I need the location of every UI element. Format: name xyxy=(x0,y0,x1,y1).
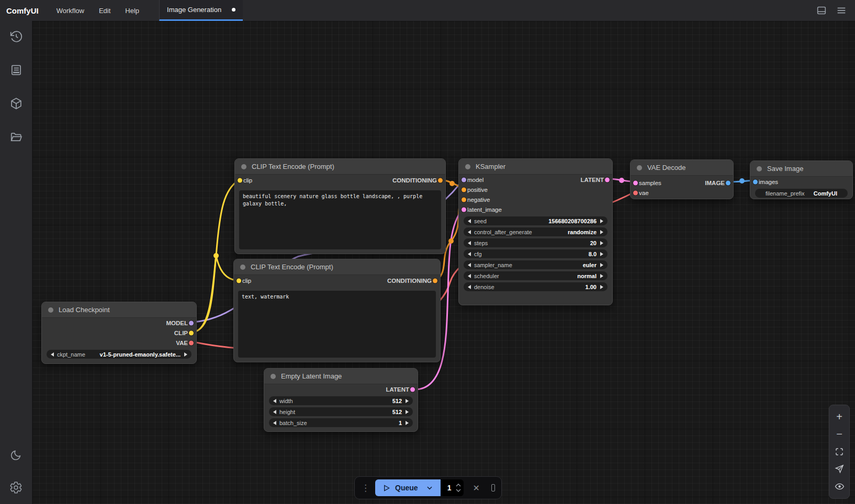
zoom-out-icon[interactable]: − xyxy=(832,427,847,442)
fit-view-icon[interactable] xyxy=(832,444,847,459)
increment-icon[interactable] xyxy=(600,274,603,278)
widget-denoise[interactable]: denoise 1.00 xyxy=(464,282,608,291)
pan-navigate-icon[interactable] xyxy=(832,462,847,476)
history-icon[interactable] xyxy=(5,25,28,48)
widget-cfg[interactable]: cfg 8.0 xyxy=(464,249,608,258)
toggle-visibility-eye-icon[interactable] xyxy=(832,479,847,494)
port-positive-input[interactable] xyxy=(462,187,466,192)
widget-seed[interactable]: seed 156680208700286 xyxy=(464,216,608,225)
widget-height[interactable]: height 512 xyxy=(269,407,413,416)
port-latent-output[interactable] xyxy=(410,387,415,392)
node-save-image[interactable]: Save Image images filename_prefix ComfyU… xyxy=(750,161,853,199)
decrement-icon[interactable] xyxy=(273,399,276,403)
widget-ckpt-name[interactable]: ckpt_name v1-5-pruned-emaonly.safete... xyxy=(47,350,192,359)
prompt-textarea[interactable]: text, watermark xyxy=(238,291,436,358)
node-title-bar[interactable]: CLIP Text Encode (Prompt) xyxy=(235,159,445,175)
decrement-icon[interactable] xyxy=(468,285,471,289)
decrement-icon[interactable] xyxy=(468,274,471,278)
widget-batch-size[interactable]: batch_size 1 xyxy=(269,418,413,427)
port-negative-input[interactable] xyxy=(462,197,466,202)
port-samples-input[interactable] xyxy=(633,180,638,185)
prompt-textarea[interactable]: beautiful scenery nature glass bottle la… xyxy=(239,190,441,249)
spin-down-icon[interactable] xyxy=(455,488,462,492)
node-title-bar[interactable]: Load Checkpoint xyxy=(42,302,196,318)
node-load-checkpoint[interactable]: Load Checkpoint MODEL CLIP VAE ckpt_name… xyxy=(41,302,197,364)
collapse-dot-icon[interactable] xyxy=(637,165,642,170)
prev-value-icon[interactable] xyxy=(51,352,54,357)
widget-control-after-generate[interactable]: control_after_generate randomize xyxy=(464,227,608,236)
increment-icon[interactable] xyxy=(406,410,409,414)
decrement-icon[interactable] xyxy=(273,410,276,414)
clear-queue-icon[interactable]: ✕ xyxy=(473,483,480,493)
decrement-icon[interactable] xyxy=(468,252,471,256)
port-model-input[interactable] xyxy=(462,177,466,182)
decrement-icon[interactable] xyxy=(468,241,471,245)
decrement-icon[interactable] xyxy=(468,219,471,223)
decrement-icon[interactable] xyxy=(468,263,471,267)
spin-up-icon[interactable] xyxy=(455,483,462,487)
collapse-dot-icon[interactable] xyxy=(757,166,762,171)
node-title-bar[interactable]: VAE Decode xyxy=(631,160,733,176)
port-clip-input[interactable] xyxy=(238,178,242,183)
increment-icon[interactable] xyxy=(406,421,409,425)
next-value-icon[interactable] xyxy=(184,352,187,357)
widget-filename-prefix[interactable]: filename_prefix ComfyUI xyxy=(755,189,848,198)
decrement-icon[interactable] xyxy=(468,230,471,234)
node-title-bar[interactable]: Save Image xyxy=(750,161,852,177)
port-latent-output[interactable] xyxy=(605,177,610,182)
menu-edit[interactable]: Edit xyxy=(92,0,118,21)
node-graph-canvas[interactable] xyxy=(32,21,855,504)
menu-workflow[interactable]: Workflow xyxy=(49,0,92,21)
decrement-icon[interactable] xyxy=(273,421,276,425)
collapse-dot-icon[interactable] xyxy=(241,164,246,169)
widget-sampler-name[interactable]: sampler_name euler xyxy=(464,260,608,269)
port-image-output[interactable] xyxy=(726,180,730,185)
menu-help[interactable]: Help xyxy=(118,0,147,21)
workflows-folder-icon[interactable] xyxy=(5,125,28,148)
node-library-cube-icon[interactable] xyxy=(5,92,28,115)
widget-steps[interactable]: steps 20 xyxy=(464,238,608,247)
node-clip-text-encode-negative[interactable]: CLIP Text Encode (Prompt) clip CONDITION… xyxy=(233,259,441,362)
increment-icon[interactable] xyxy=(406,399,409,403)
collapse-dot-icon[interactable] xyxy=(240,265,245,270)
zoom-in-icon[interactable]: + xyxy=(832,410,847,425)
collapse-dot-icon[interactable] xyxy=(465,164,470,169)
drag-handle-icon[interactable]: ⋮ xyxy=(361,484,370,492)
increment-icon[interactable] xyxy=(600,285,603,289)
increment-icon[interactable] xyxy=(600,263,603,267)
theme-moon-icon[interactable] xyxy=(5,443,28,466)
increment-icon[interactable] xyxy=(600,230,603,234)
port-latent-image-input[interactable] xyxy=(462,207,466,212)
node-title-bar[interactable]: CLIP Text Encode (Prompt) xyxy=(234,259,440,275)
node-ksampler[interactable]: KSampler model LATENT positive negative … xyxy=(458,158,613,305)
port-images-input[interactable] xyxy=(753,179,758,184)
port-vae-output[interactable] xyxy=(189,340,194,345)
increment-icon[interactable] xyxy=(600,241,603,245)
increment-icon[interactable] xyxy=(600,252,603,256)
widget-width[interactable]: width 512 xyxy=(269,396,413,405)
node-title: Empty Latent Image xyxy=(281,372,342,380)
bottom-panel-icon[interactable] xyxy=(815,4,828,17)
queue-button[interactable]: Queue xyxy=(375,479,441,496)
port-conditioning-output[interactable] xyxy=(433,279,437,283)
collapse-dot-icon[interactable] xyxy=(271,374,276,379)
node-empty-latent-image[interactable]: Empty Latent Image LATENT width 512 heig… xyxy=(264,368,418,432)
increment-icon[interactable] xyxy=(600,219,603,223)
port-vae-input[interactable] xyxy=(633,190,638,195)
hamburger-menu-icon[interactable] xyxy=(835,4,848,17)
widget-scheduler[interactable]: scheduler normal xyxy=(464,271,608,280)
node-vae-decode[interactable]: VAE Decode samples IMAGE vae xyxy=(630,159,734,199)
stop-square-icon[interactable] xyxy=(491,484,495,491)
port-clip-input[interactable] xyxy=(237,279,241,283)
settings-gear-icon[interactable] xyxy=(5,476,28,499)
collapse-dot-icon[interactable] xyxy=(48,307,53,313)
node-title-bar[interactable]: KSampler xyxy=(459,159,612,175)
port-model-output[interactable] xyxy=(189,320,194,325)
node-clip-text-encode-positive[interactable]: CLIP Text Encode (Prompt) clip CONDITION… xyxy=(234,158,446,254)
port-conditioning-output[interactable] xyxy=(438,178,443,183)
queue-log-icon[interactable] xyxy=(5,59,28,82)
tab-image-generation[interactable]: Image Generation xyxy=(159,0,243,21)
port-clip-output[interactable] xyxy=(189,330,194,335)
node-title-bar[interactable]: Empty Latent Image xyxy=(264,369,418,384)
batch-count-field[interactable]: 1 xyxy=(441,479,464,496)
